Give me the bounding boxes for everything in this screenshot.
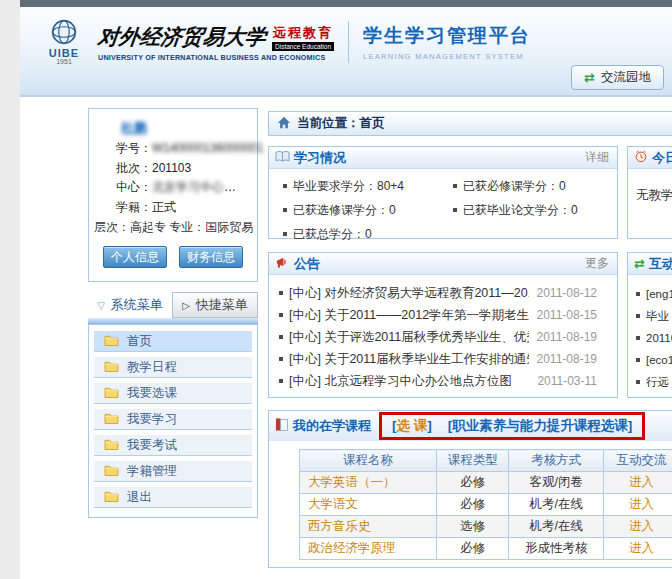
breadcrumb-label: 当前位置：首页 [297, 115, 385, 132]
enter-link[interactable]: 进入 [604, 538, 672, 560]
user-name-link[interactable]: 杜鹏 [121, 120, 147, 135]
page-left-strip [0, 0, 20, 579]
interaction-item[interactable]: 毕业 [636, 305, 672, 327]
credit-item: 毕业要求学分：80+4 [283, 178, 453, 195]
exam-method: 机考/在线 [509, 494, 604, 516]
triangle-right-icon: ▷ [182, 300, 190, 311]
course-name-link[interactable]: 西方音乐史 [300, 516, 437, 538]
course-type: 必修 [437, 538, 509, 560]
announcement-row: [中心] 北京远程学习中心办公地点方位图 2011-03-11 [279, 370, 617, 392]
study-status-panel: 学习情况 详细 毕业要求学分：80+4 已获必修课学分：0 已获选修课学分：0 … [268, 146, 618, 239]
interaction-item[interactable]: [eco10 [636, 349, 672, 371]
bullet-icon [636, 336, 640, 340]
center-label: 中心： [116, 180, 152, 194]
interaction-item[interactable]: 行远 [636, 371, 672, 393]
current-courses-title: 我的在学课程 [293, 417, 371, 435]
major-value: 国际贸易 [205, 220, 253, 234]
logo-year: 1951 [38, 58, 90, 65]
center-value: 北京学习中心 [152, 180, 224, 194]
course-name-link[interactable]: 大学语文 [300, 494, 437, 516]
today-panel-title: 今日 [652, 149, 672, 167]
sidebar-item-records[interactable]: 学籍管理 [94, 461, 252, 482]
vocational-course-select-link[interactable]: [职业素养与能力提升课程选课] [448, 417, 633, 435]
sidebar-item-schedule[interactable]: 教学日程 [94, 357, 252, 378]
course-name-link[interactable]: 政治经济学原理 [300, 538, 437, 560]
sidebar-item-label: 我要选课 [127, 385, 177, 402]
sidebar-item-study[interactable]: 我要学习 [94, 409, 252, 430]
folder-icon [104, 360, 119, 375]
brand-text: 对外经济贸易大学 远程教育 Distance Education UNIVERS… [98, 23, 334, 62]
forum-button[interactable]: ⇄ 交流园地 [571, 65, 664, 90]
exam-method: 形成性考核 [509, 538, 604, 560]
announcements-more-link[interactable]: 更多 [585, 255, 609, 272]
sidebar-item-course-select[interactable]: 我要选课 [94, 383, 252, 404]
level-label: 层次： [94, 220, 130, 234]
announcement-link[interactable]: [中心] 关于2011——2012学年第一学期老生报 [289, 307, 529, 324]
sidebar-item-label: 我要考试 [127, 437, 177, 454]
course-type: 必修 [437, 494, 509, 516]
top-dark-bar [20, 0, 672, 7]
bullet-icon [636, 358, 640, 362]
globe-icon [51, 19, 77, 48]
folder-icon [104, 464, 119, 479]
tab-system-menu[interactable]: ▽ 系统菜单 [88, 292, 172, 318]
course-name-link[interactable]: 大学英语（一） [300, 472, 437, 494]
red-annotation-box: [选 课] [职业素养与能力提升课程选课] [379, 412, 645, 440]
interaction-panel: ⇄ 互动 [eng10 毕业 20110 [eco10 行远 [627, 252, 672, 398]
announcement-link[interactable]: [中心] 关于评选2011届秋季优秀毕业生、优秀 [289, 329, 529, 346]
enter-link[interactable]: 进入 [604, 516, 672, 538]
bullet-icon [279, 379, 283, 383]
platform-subtitle: LEARNING MANAGEMENT SYSTEM [363, 52, 531, 61]
tab-system-menu-label: 系统菜单 [111, 296, 163, 314]
sidebar-item-label: 首页 [127, 333, 152, 350]
announcement-row: [中心] 对外经济贸易大学远程教育2011—2012 2011-08-12 [279, 282, 617, 304]
personal-info-button[interactable]: 个人信息 [103, 246, 167, 268]
distance-education-label: 远程教育 [272, 24, 334, 42]
system-menu-panel: 首页 教学日程 我要选课 我要学习 我要考试 学籍管理 退出 [88, 324, 258, 518]
batch-label: 批次： [116, 161, 152, 175]
announcement-date: 2011-03-11 [537, 374, 597, 388]
interaction-item[interactable]: [eng10 [636, 283, 672, 305]
table-row: 西方音乐史 选修 机考/在线 进入 [300, 516, 672, 538]
announcement-date: 2011-08-19 [537, 330, 598, 344]
center-ellipsis: … [224, 180, 236, 194]
announcement-link[interactable]: [中心] 对外经济贸易大学远程教育2011—2012 [289, 285, 529, 302]
sidebar-item-label: 学籍管理 [127, 463, 177, 480]
sidebar-item-home[interactable]: 首页 [94, 331, 252, 352]
triangle-down-icon: ▽ [97, 300, 105, 311]
announcement-date: 2011-08-15 [537, 308, 598, 322]
bullet-icon [283, 232, 287, 236]
study-status-title: 学习情况 [294, 149, 346, 167]
tab-quick-menu[interactable]: ▷ 快捷菜单 [172, 292, 258, 318]
alarm-clock-icon [634, 149, 648, 166]
tab-quick-menu-label: 快捷菜单 [196, 296, 248, 314]
interaction-item[interactable]: 20110 [636, 327, 672, 349]
major-label: 专业： [169, 220, 205, 234]
enter-link[interactable]: 进入 [604, 494, 672, 516]
status-label: 学籍： [116, 200, 152, 214]
courses-table: 课程名称 课程类型 考核方式 互动交流 大学英语（一） 必修 客观/闭卷 进入 … [299, 449, 672, 560]
announcement-row: [中心] 关于2011届秋季毕业生工作安排的通知 2011-08-19 [279, 348, 617, 370]
bullet-icon [279, 313, 283, 317]
enter-link[interactable]: 进入 [604, 472, 672, 494]
announcement-date: 2011-08-12 [537, 286, 598, 300]
sidebar-menu-tabs: ▽ 系统菜单 ▷ 快捷菜单 [88, 292, 258, 318]
announcement-link[interactable]: [中心] 北京远程学习中心办公地点方位图 [289, 373, 529, 390]
announcement-link[interactable]: [中心] 关于2011届秋季毕业生工作安排的通知 [289, 351, 529, 368]
bullet-icon [636, 380, 640, 384]
table-header-row: 课程名称 课程类型 考核方式 互动交流 [300, 450, 672, 472]
course-type: 选修 [437, 516, 509, 538]
forum-button-label: 交流园地 [601, 69, 651, 86]
user-info-panel: 杜鹏 学号：W140000136000001 批次：201103 中心：北京学习… [88, 108, 258, 282]
study-detail-link[interactable]: 详细 [585, 149, 609, 166]
course-select-link[interactable]: [选 课] [392, 417, 432, 435]
university-name-en: UNIVERSITY OF INTERNATIONAL BUSINESS AND… [98, 53, 334, 62]
announcement-date: 2011-08-19 [537, 352, 598, 366]
distance-education-block: 远程教育 Distance Education [272, 24, 334, 51]
credit-item: 已获总学分：0 [283, 226, 453, 243]
folder-icon [104, 412, 119, 427]
sidebar-item-logout[interactable]: 退出 [94, 487, 252, 508]
finance-info-button[interactable]: 财务信息 [179, 246, 243, 268]
col-exam-method: 考核方式 [509, 450, 604, 472]
sidebar-item-exam[interactable]: 我要考试 [94, 435, 252, 456]
